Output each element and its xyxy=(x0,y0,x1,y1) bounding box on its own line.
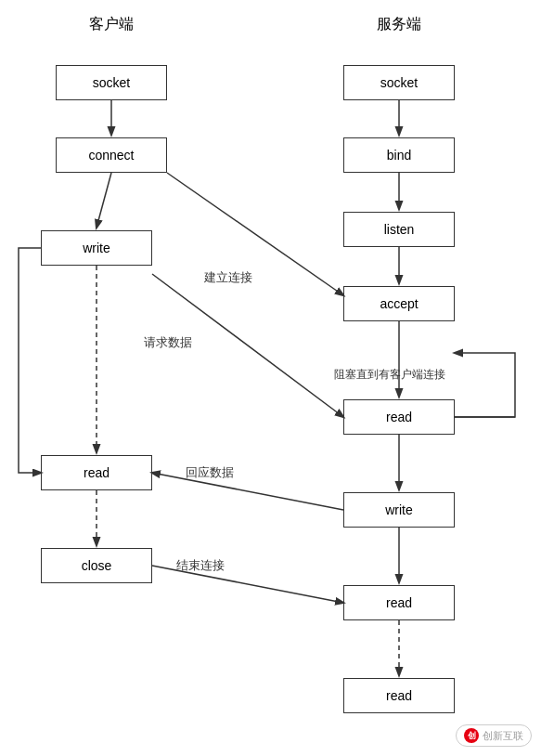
block-label: 阻塞直到有客户端连接 xyxy=(334,367,445,383)
svg-line-1 xyxy=(97,173,111,228)
response-label: 回应数据 xyxy=(186,464,234,481)
client-connect-box: connect xyxy=(56,137,167,173)
svg-line-13 xyxy=(152,473,343,510)
diagram-container: 客户端 服务端 socket connect write read close … xyxy=(0,0,541,756)
watermark: 创 创新互联 xyxy=(456,724,532,747)
client-read-box: read xyxy=(41,455,152,490)
server-read-box: read xyxy=(343,399,455,435)
server-listen-box: listen xyxy=(343,212,455,247)
server-bind-box: bind xyxy=(343,137,455,173)
arrows-svg xyxy=(0,0,541,756)
watermark-text: 创新互联 xyxy=(483,729,523,743)
watermark-icon: 创 xyxy=(464,728,479,743)
server-socket-box: socket xyxy=(343,65,455,100)
client-title: 客户端 xyxy=(56,15,167,34)
svg-line-11 xyxy=(167,173,343,295)
server-read2-box: read xyxy=(343,585,455,620)
request-label: 请求数据 xyxy=(144,334,192,351)
server-write-box: write xyxy=(343,492,455,528)
client-socket-box: socket xyxy=(56,65,167,100)
client-write-box: write xyxy=(41,230,152,266)
client-close-box: close xyxy=(41,548,152,583)
end-label: 结束连接 xyxy=(176,557,225,574)
server-read3-box: read xyxy=(343,678,455,713)
establish-label: 建立连接 xyxy=(204,269,252,286)
server-accept-box: accept xyxy=(343,286,455,321)
server-title: 服务端 xyxy=(343,15,455,34)
